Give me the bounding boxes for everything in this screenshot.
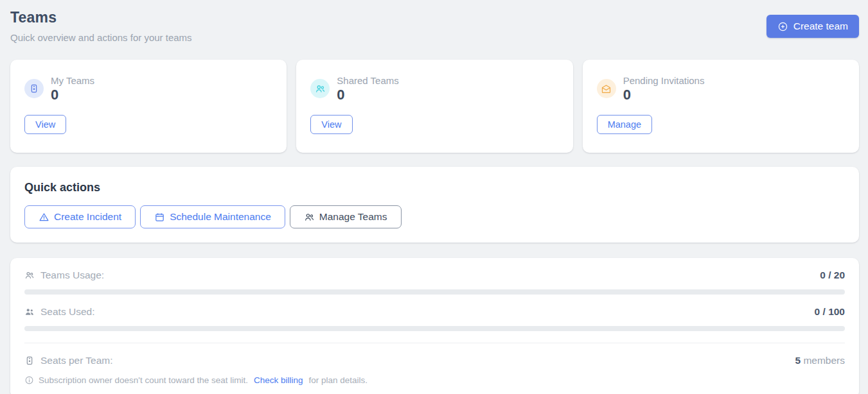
teams-usage-label-group: Teams Usage: <box>24 270 104 281</box>
view-shared-teams-button[interactable]: View <box>310 115 352 134</box>
page-subtitle: Quick overview and actions for your team… <box>10 32 192 43</box>
id-badge-icon <box>24 355 35 366</box>
stat-text: Shared Teams 0 <box>337 75 398 102</box>
stat-value: 0 <box>337 88 398 102</box>
stat-text: Pending Invitations 0 <box>623 75 705 102</box>
info-icon <box>24 375 34 385</box>
quick-actions-section: Quick actions Create Incident Schedule M… <box>10 167 859 243</box>
users-filled-icon <box>24 307 35 317</box>
schedule-maintenance-label: Schedule Maintenance <box>170 211 271 223</box>
seat-limit-note: Subscription owner doesn't count toward … <box>24 375 845 385</box>
note-text-after-link: for plan details. <box>309 375 368 385</box>
page-header: Teams Quick overview and actions for you… <box>10 9 859 43</box>
users-icon <box>310 79 330 98</box>
create-incident-label: Create Incident <box>54 211 121 223</box>
teams-usage-label: Teams Usage: <box>40 270 104 281</box>
stat-top: Shared Teams 0 <box>310 75 558 102</box>
warning-triangle-icon <box>39 212 49 223</box>
seats-used-label-group: Seats Used: <box>24 306 94 318</box>
id-badge-icon <box>24 79 44 98</box>
page-heading-block: Teams Quick overview and actions for you… <box>10 9 192 43</box>
quick-actions-row: Create Incident Schedule Maintenance <box>24 205 845 228</box>
stat-value: 0 <box>623 88 705 102</box>
seats-used-label: Seats Used: <box>40 306 94 318</box>
manage-teams-label: Manage Teams <box>319 211 387 223</box>
usage-section: Teams Usage: 0 / 20 Seats Used: 0 / 100 <box>10 258 859 394</box>
seats-per-team-row: Seats per Team: 5 members <box>24 355 845 366</box>
stat-top: Pending Invitations 0 <box>597 75 845 102</box>
manage-teams-button[interactable]: Manage Teams <box>290 205 402 228</box>
teams-usage-value: 0 / 20 <box>820 270 845 281</box>
seats-per-team-label: Seats per Team: <box>40 355 113 366</box>
seats-per-team-label-group: Seats per Team: <box>24 355 113 366</box>
calendar-icon <box>154 212 165 223</box>
mail-open-icon <box>597 79 616 98</box>
seats-per-team-number: 5 <box>795 355 801 366</box>
manage-invitations-button[interactable]: Manage <box>597 115 652 134</box>
stat-card-shared-teams: Shared Teams 0 View <box>296 60 572 153</box>
stat-text: My Teams 0 <box>51 75 94 102</box>
create-team-button[interactable]: Create team <box>766 15 859 38</box>
stat-value: 0 <box>51 88 94 102</box>
seats-used-row: Seats Used: 0 / 100 <box>24 306 845 318</box>
users-icon <box>304 212 315 223</box>
teams-usage-row: Teams Usage: 0 / 20 <box>24 270 845 281</box>
stat-label: Pending Invitations <box>623 75 705 86</box>
stat-top: My Teams 0 <box>24 75 272 102</box>
stat-label: Shared Teams <box>337 75 398 86</box>
stat-card-pending-invitations: Pending Invitations 0 Manage <box>583 60 859 153</box>
note-text: Subscription owner doesn't count toward … <box>39 375 248 385</box>
check-billing-link[interactable]: Check billing <box>254 375 303 385</box>
teams-usage-progressbar <box>24 289 845 295</box>
view-my-teams-button[interactable]: View <box>24 115 66 134</box>
seats-per-team-value: 5 members <box>795 355 845 366</box>
users-outline-icon <box>24 270 35 280</box>
usage-divider <box>24 343 845 343</box>
stat-card-my-teams: My Teams 0 View <box>10 60 287 153</box>
create-team-label: Create team <box>793 21 848 32</box>
stat-label: My Teams <box>51 75 94 86</box>
stat-card-grid: My Teams 0 View Shared Teams 0 View <box>10 60 859 153</box>
create-incident-button[interactable]: Create Incident <box>24 205 136 228</box>
quick-actions-title: Quick actions <box>24 181 845 194</box>
page-title: Teams <box>10 9 192 26</box>
schedule-maintenance-button[interactable]: Schedule Maintenance <box>140 205 285 228</box>
seats-used-value: 0 / 100 <box>815 306 845 318</box>
seats-used-progressbar <box>24 326 845 331</box>
seats-per-team-suffix: members <box>801 355 845 366</box>
plus-circle-icon <box>777 21 788 32</box>
